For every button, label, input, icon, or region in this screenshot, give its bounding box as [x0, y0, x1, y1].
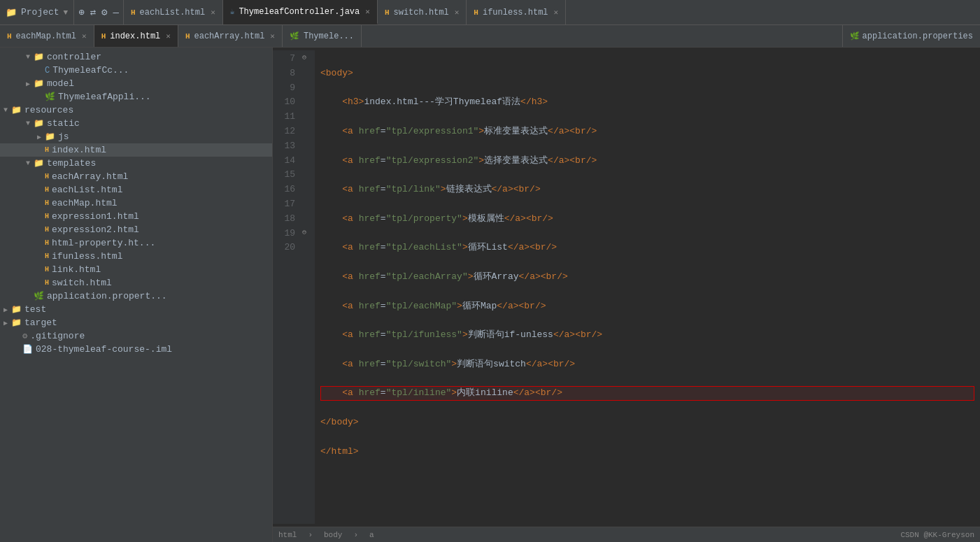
tab-switch-label: switch.html [393, 8, 448, 17]
iml-icon: 📄 [22, 344, 33, 355]
gitignore-label: .gitignore [30, 331, 85, 341]
sidebar-item-resources[interactable]: ▼ 📁 resources [0, 104, 272, 117]
static-folder-icon: 📁 [34, 118, 44, 129]
tab-eachList-close[interactable]: ✕ [211, 8, 215, 17]
templates-folder-icon: 📁 [34, 158, 44, 169]
second-tab-bar: H eachMap.html ✕ H index.html ✕ H eachAr… [0, 25, 980, 48]
line-numbers: 7 8 9 10 11 12 13 14 15 16 17 18 19 20 [273, 50, 301, 524]
tab2-index[interactable]: H index.html ✕ [94, 25, 178, 47]
sidebar-item-gitignore[interactable]: ⚙ .gitignore [0, 329, 272, 343]
tab2-eachMap-close[interactable]: ✕ [82, 31, 87, 41]
code-line-16: <a href="tpl/ifunless">判断语句if-unless</a>… [320, 328, 974, 343]
sidebar-item-test[interactable]: ▶ 📁 test [0, 303, 272, 316]
line-num-20: 20 [273, 241, 295, 255]
ifunless-icon: H [45, 252, 49, 260]
js-label: js [58, 131, 69, 142]
link-label: link.html [52, 264, 101, 275]
sidebar-item-expression1[interactable]: H expression1.html [0, 210, 272, 223]
code-line-18: <a href="tpl/inline">内联iniline</a><br/> [320, 386, 974, 401]
html-icon3: H [474, 8, 478, 17]
sidebar-item-js[interactable]: ▶ 📁 js [0, 130, 272, 143]
tab-eachList[interactable]: H eachList.html ✕ [124, 0, 223, 24]
tab-controller[interactable]: ☕ ThymeleafController.java ✕ [223, 0, 378, 24]
html-icon: H [131, 8, 136, 17]
js-folder-icon: 📁 [45, 131, 55, 142]
minus-icon[interactable]: — [113, 7, 119, 18]
file-tree: ▼ 📁 controller C ThymeleafCc... ▶ 📁 mode… [0, 48, 272, 359]
ifunless-label: ifunless.html [52, 251, 122, 262]
sidebar-item-expression2[interactable]: H expression2.html [0, 223, 272, 236]
sidebar-item-iml[interactable]: 📄 028-thymeleaf-course-.iml [0, 343, 272, 356]
line-num-10: 10 [273, 95, 295, 110]
status-credit: CSDN @KK-Greyson [900, 531, 974, 539]
tab-ifunless-close[interactable]: ✕ [554, 8, 559, 17]
prop-icon: 🌿 [850, 31, 860, 41]
line-num-11: 11 [273, 110, 295, 124]
tab-controller-label: ThymeleafController.java [239, 7, 360, 17]
sidebar-item-templates[interactable]: ▼ 📁 templates [0, 157, 272, 170]
tab2-eachMap[interactable]: H eachMap.html ✕ [0, 25, 94, 47]
tab2-appprops-label: application.properties [862, 31, 973, 41]
resources-arrow: ▼ [0, 106, 11, 114]
tab2-appprops[interactable]: 🌿 application.properties [842, 25, 980, 47]
line-num-17: 17 [273, 197, 295, 212]
tab2-index-close[interactable]: ✕ [166, 31, 171, 41]
sidebar-item-appprops[interactable]: 🌿 application.propert... [0, 290, 272, 303]
settings-icon[interactable]: ⚙ [101, 6, 107, 18]
iml-label: 028-thymeleaf-course-.iml [36, 344, 172, 355]
sidebar-item-static[interactable]: ▼ 📁 static [0, 117, 272, 130]
test-folder-icon: 📁 [11, 304, 22, 315]
fold-7[interactable]: ⊖ [301, 50, 315, 65]
status-bar: html › body › a CSDN @KK-Greyson [273, 527, 980, 542]
editor: 7 8 9 10 11 12 13 14 15 16 17 18 19 20 ⊖ [273, 48, 980, 542]
project-label: Project [21, 7, 59, 17]
thymeleafappli-label: ThymeleafAppli... [58, 92, 151, 102]
resources-label: resources [24, 105, 73, 115]
sidebar-item-thymeleafcc[interactable]: C ThymeleafCc... [0, 64, 272, 77]
controller-label: controller [47, 52, 101, 62]
eachArray-icon: H [45, 173, 49, 180]
fold-17 [301, 196, 315, 211]
sidebar-item-link[interactable]: H link.html [0, 263, 272, 276]
expression2-label: expression2.html [52, 224, 139, 235]
globe-icon[interactable]: ⊕ [78, 6, 84, 18]
tab2-eachArray-close[interactable]: ✕ [270, 31, 275, 41]
arrows-icon[interactable]: ⇄ [90, 6, 96, 18]
sidebar-item-ifunless[interactable]: H ifunless.html [0, 250, 272, 263]
sidebar-item-html-property[interactable]: H html-property.ht... [0, 236, 272, 250]
thymeleafcc-icon: C [45, 66, 50, 76]
tab2-thymeleaf[interactable]: 🌿 Thymele... [283, 25, 362, 47]
html-icon5: H [101, 32, 106, 41]
expression1-icon: H [45, 213, 49, 220]
index-html-icon: H [45, 146, 49, 154]
code-line-8: <h3>index.html---学习Thymeleaf语法</h3> [320, 95, 974, 110]
static-label: static [47, 118, 80, 129]
tab-switch[interactable]: H switch.html ✕ [378, 0, 467, 24]
sidebar-item-target[interactable]: ▶ 📁 target [0, 316, 272, 329]
fold-19[interactable]: ⊖ [301, 225, 315, 240]
fold-20 [301, 239, 315, 254]
project-dropdown-icon[interactable]: ▼ [64, 8, 69, 17]
sidebar-item-switch[interactable]: H switch.html [0, 276, 272, 290]
top-tab-bar: 📁 Project ▼ ⊕ ⇄ ⚙ — H eachList.html ✕ ☕ … [0, 0, 980, 25]
tab2-eachMap-label: eachMap.html [16, 31, 76, 41]
tab-ifunless[interactable]: H ifunless.html ✕ [467, 0, 566, 24]
sidebar-item-thymeleafappli[interactable]: 🌿 ThymeleafAppli... [0, 90, 272, 104]
fold-8 [301, 65, 315, 80]
html-icon2: H [385, 8, 390, 17]
sidebar-item-eachMap[interactable]: H eachMap.html [0, 197, 272, 210]
sidebar-item-model[interactable]: ▶ 📁 model [0, 77, 272, 90]
code-content[interactable]: <body> <h3>index.html---学习Thymeleaf语法</h… [315, 50, 980, 524]
tab-switch-close[interactable]: ✕ [455, 8, 460, 17]
tab2-thymeleaf-label: Thymele... [304, 31, 354, 41]
code-line-17: <a href="tpl/switch">判断语句switch</a><br/> [320, 357, 974, 372]
line-num-8: 8 [273, 66, 295, 81]
project-folder-icon: 📁 [6, 7, 17, 18]
sidebar-item-eachList[interactable]: H eachList.html [0, 183, 272, 197]
sidebar-item-eachArray[interactable]: H eachArray.html [0, 170, 272, 183]
tab-controller-close[interactable]: ✕ [365, 7, 370, 16]
tab-ifunless-label: ifunless.html [483, 8, 548, 17]
tab2-eachArray[interactable]: H eachArray.html ✕ [178, 25, 283, 47]
sidebar-item-index-html[interactable]: H index.html [0, 143, 272, 157]
sidebar-item-controller[interactable]: ▼ 📁 controller [0, 50, 272, 64]
